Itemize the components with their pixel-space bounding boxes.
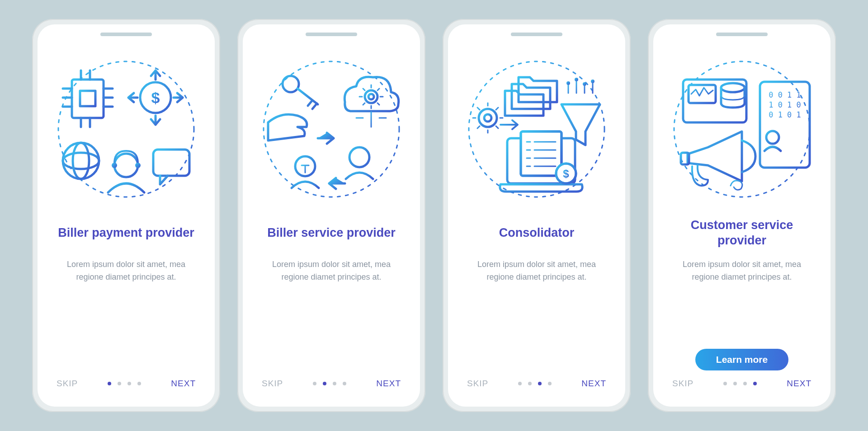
screen-description: Lorem ipsum dolor sit amet, mea regione … — [672, 258, 812, 304]
dollar-badge-icon: $ — [556, 164, 576, 183]
dot-1[interactable] — [518, 382, 522, 385]
screen-title: Biller payment provider — [58, 218, 194, 248]
key-icon — [283, 76, 318, 109]
svg-point-25 — [575, 78, 578, 81]
svg-text:0 0 1 1: 0 0 1 1 — [769, 90, 801, 99]
phone-notch — [306, 33, 357, 36]
dot-3[interactable] — [127, 382, 131, 385]
svg-point-27 — [591, 80, 594, 83]
dot-4[interactable] — [548, 382, 552, 385]
screen-title: Consolidator — [499, 218, 575, 248]
screen-description: Lorem ipsum dolor sit amet, mea regione … — [261, 258, 401, 379]
page-dots — [108, 382, 141, 385]
svg-point-39 — [721, 83, 745, 92]
phone-notch — [100, 33, 152, 36]
svg-text:$: $ — [151, 89, 160, 106]
svg-point-17 — [365, 90, 377, 103]
hand-icon — [268, 114, 307, 141]
arrow-left-icon — [329, 178, 345, 189]
svg-text:$: $ — [563, 168, 569, 180]
dot-1[interactable] — [313, 382, 316, 385]
svg-text:1 0 1 0: 1 0 1 0 — [769, 100, 801, 109]
dot-3[interactable] — [333, 382, 336, 385]
screen-customer-service: 0 0 1 1 1 0 1 0 0 1 0 1 — [653, 24, 830, 407]
skip-button[interactable]: SKIP — [57, 379, 78, 389]
dot-4[interactable] — [343, 382, 346, 385]
dashboard-card-icon — [683, 80, 746, 122]
dot-4[interactable] — [753, 382, 757, 385]
dot-1[interactable] — [108, 382, 111, 385]
bottom-nav: SKIP NEXT — [54, 379, 198, 393]
screen-description: Lorem ipsum dolor sit amet, mea regione … — [56, 258, 196, 379]
next-button[interactable]: NEXT — [581, 379, 606, 389]
svg-point-8 — [114, 154, 138, 177]
dot-1[interactable] — [723, 382, 727, 385]
megaphone-icon — [681, 131, 755, 190]
phone-frame: $ Consolidator Lorem ipsum dolor sit ame… — [443, 19, 631, 412]
svg-point-18 — [368, 94, 374, 99]
database-icon — [721, 83, 745, 108]
arrow-right-icon — [500, 120, 518, 129]
illustration-customer-service: 0 0 1 1 1 0 1 0 0 1 0 1 — [665, 52, 819, 206]
arrow-right-icon — [318, 133, 334, 144]
svg-point-7 — [73, 143, 89, 179]
svg-rect-2 — [80, 91, 95, 106]
folders-icon — [505, 77, 557, 116]
cloud-gear-icon — [344, 77, 398, 127]
phone-frame: 0 0 1 1 1 0 1 0 0 1 0 1 — [648, 19, 836, 412]
screen-biller-service: Biller service provider Lorem ipsum dolo… — [243, 24, 420, 407]
skip-button[interactable]: SKIP — [467, 379, 488, 389]
svg-rect-36 — [689, 85, 716, 103]
skip-button[interactable]: SKIP — [672, 379, 693, 389]
svg-rect-1 — [72, 80, 104, 118]
screen-consolidator: $ Consolidator Lorem ipsum dolor sit ame… — [448, 24, 625, 407]
dot-2[interactable] — [118, 382, 121, 385]
screen-description: Lorem ipsum dolor sit amet, mea regione … — [467, 258, 607, 379]
bottom-nav: SKIP NEXT — [464, 379, 609, 393]
dot-3[interactable] — [743, 382, 747, 385]
support-agent-icon — [108, 151, 144, 192]
illustration-biller-payment: $ — [49, 52, 203, 206]
svg-point-5 — [63, 143, 99, 179]
screen-biller-payment: $ — [38, 24, 215, 407]
tablet-binary-icon: 0 0 1 1 1 0 1 0 0 1 0 1 — [760, 82, 810, 168]
onboarding-screens: $ — [14, 1, 854, 430]
chip-document-icon — [63, 70, 113, 127]
phone-notch — [716, 33, 768, 36]
page-dots — [518, 382, 552, 385]
next-button[interactable]: NEXT — [376, 379, 401, 389]
funnel-icon — [561, 78, 600, 145]
gear-icon — [473, 103, 503, 133]
globe-icon — [63, 143, 99, 179]
dot-3[interactable] — [538, 382, 542, 385]
dot-2[interactable] — [733, 382, 737, 385]
svg-point-9 — [112, 163, 117, 168]
screen-title: Biller service provider — [267, 218, 396, 248]
dollar-arrows-icon: $ — [128, 70, 183, 125]
bottom-nav: SKIP NEXT — [670, 379, 814, 393]
page-dots — [313, 382, 346, 385]
phone-frame: Biller service provider Lorem ipsum dolo… — [237, 19, 425, 412]
dot-4[interactable] — [137, 382, 141, 385]
svg-point-24 — [566, 81, 570, 85]
svg-point-20 — [349, 147, 369, 167]
illustration-biller-service — [255, 52, 408, 206]
next-button[interactable]: NEXT — [171, 379, 196, 389]
svg-point-22 — [479, 109, 497, 127]
svg-point-10 — [135, 163, 141, 168]
dot-2[interactable] — [323, 382, 326, 385]
svg-rect-29 — [521, 131, 561, 176]
phone-frame: $ — [32, 19, 220, 412]
svg-point-6 — [63, 153, 99, 169]
profile-icon — [766, 131, 779, 144]
page-dots — [723, 382, 757, 385]
learn-more-button[interactable]: Learn more — [695, 349, 788, 370]
profile-icon — [764, 147, 781, 151]
skip-button[interactable]: SKIP — [262, 379, 283, 389]
dot-2[interactable] — [528, 382, 532, 385]
svg-point-23 — [484, 114, 491, 122]
bottom-nav: SKIP NEXT — [259, 379, 404, 393]
next-button[interactable]: NEXT — [787, 379, 811, 389]
svg-point-26 — [583, 82, 586, 86]
phone-notch — [511, 33, 562, 36]
